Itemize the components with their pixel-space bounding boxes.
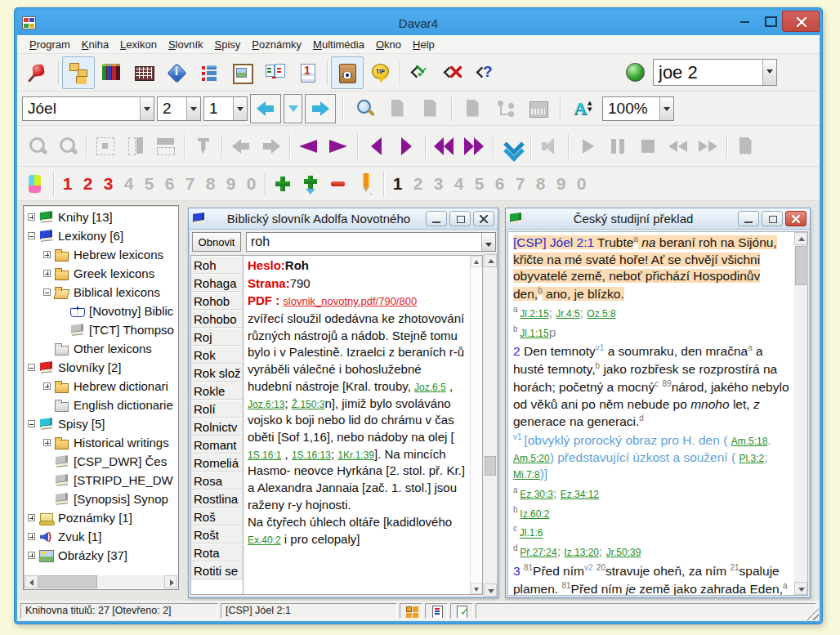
word-list-item[interactable]: Roj [191, 328, 243, 346]
bookmark-9-button[interactable]: 9 [551, 169, 571, 199]
maximize-button[interactable] [757, 11, 782, 30]
titlebar[interactable]: Davar4 [17, 11, 820, 35]
tree-expander[interactable] [28, 533, 35, 540]
history-back-button[interactable] [250, 94, 281, 123]
dict-restore-button[interactable] [449, 211, 471, 226]
scroll-left-arrow-icon[interactable] [25, 575, 38, 588]
next-chapter-icon[interactable] [391, 132, 422, 161]
menu-kniha[interactable]: Kniha [76, 37, 114, 52]
tree-expander[interactable] [43, 288, 51, 296]
help-prompt-icon[interactable] [469, 56, 502, 89]
book-combo[interactable]: Jóel [22, 96, 154, 121]
add-bookmark-icon[interactable] [269, 169, 297, 199]
stop-icon[interactable] [632, 132, 663, 161]
sound-icon[interactable] [534, 132, 565, 161]
tree-item[interactable]: Obrázky [37] [25, 546, 177, 565]
bookmark-1-button[interactable]: 1 [387, 169, 408, 199]
tree-item[interactable]: Hebrew lexicons [25, 245, 177, 264]
word-list-item[interactable]: Roh [191, 256, 243, 274]
scripture-ref-link[interactable]: Jl.2:15 [520, 308, 548, 320]
tree-expander[interactable] [28, 420, 35, 427]
report-status-icon[interactable] [425, 603, 448, 619]
dictionary-window-scrollbar[interactable] [484, 254, 497, 597]
info-icon[interactable] [160, 56, 193, 89]
pause-icon[interactable] [602, 132, 632, 161]
next-verse-icon[interactable] [459, 132, 489, 161]
word-list-item[interactable]: Romeliá [191, 454, 243, 472]
tree-expander[interactable] [28, 213, 35, 221]
scripture-ref-link[interactable]: Joz.6:5 [414, 382, 446, 393]
scripture-ref-link[interactable]: Jl.1:6 [520, 528, 543, 539]
audio-page-icon[interactable] [731, 132, 761, 161]
highlighter-icon[interactable] [22, 169, 50, 199]
tree-expander[interactable] [28, 552, 35, 559]
word-list-item[interactable]: Rošt [191, 525, 243, 543]
word-list-item[interactable]: Rohaga [191, 274, 243, 292]
next-book-icon[interactable] [324, 132, 354, 161]
dropdown-arrow-icon[interactable] [762, 60, 776, 85]
tree-expander[interactable] [28, 514, 35, 521]
dropdown-arrow-icon[interactable] [481, 233, 495, 251]
menu-spisy[interactable]: Spisy [209, 37, 247, 52]
scroll-down-icon[interactable] [497, 132, 527, 161]
scripture-ref-link[interactable]: Iz.13:20 [564, 547, 599, 558]
table-icon[interactable] [127, 56, 160, 89]
skip-forward-icon[interactable] [693, 132, 723, 161]
verse-combo[interactable]: 1 [203, 96, 248, 121]
structure-view-icon[interactable] [490, 94, 521, 123]
scripture-ref-link[interactable]: Jr.4:5 [556, 308, 579, 320]
scripture-ref-link[interactable]: Jr.50:39 [606, 547, 641, 558]
word-list-item[interactable]: Roš [191, 508, 243, 525]
highlight-3-button[interactable]: 3 [98, 169, 118, 199]
quick-reference-value[interactable]: joe 2 [654, 61, 703, 84]
scripture-ref-link[interactable]: Am.5:18 [731, 436, 768, 447]
book-0-button[interactable]: 0 [571, 169, 592, 199]
scroll-up-arrow-icon[interactable] [484, 254, 497, 267]
tree-expander[interactable] [28, 232, 35, 239]
word-list-item[interactable]: Rok [191, 346, 243, 364]
zoom-combo[interactable]: 100% [602, 96, 674, 121]
scripture-ref-link[interactable]: Pl.3:2 [739, 453, 764, 464]
edit-bookmark-icon[interactable] [352, 169, 380, 199]
bible-restore-button[interactable] [762, 211, 783, 226]
tree-item[interactable]: [CSP_DWR] Čes [25, 452, 177, 471]
font-size-button[interactable] [567, 94, 600, 123]
menu-program[interactable]: Program [24, 37, 76, 52]
dictionary-window-titlebar[interactable]: Biblický slovník Adolfa Novotného [189, 208, 498, 230]
tree-expander[interactable] [43, 270, 51, 277]
numbered-document-icon[interactable] [291, 56, 324, 89]
bookmark-4-button[interactable]: 4 [449, 169, 469, 199]
images-icon[interactable] [226, 56, 258, 89]
fit-vertical-icon[interactable] [120, 132, 150, 161]
word-list-item[interactable]: Rohob [191, 292, 243, 310]
dict-minimize-button[interactable] [426, 211, 447, 226]
history-forward-button[interactable] [305, 94, 336, 123]
highlight-6-button[interactable]: 6 [159, 169, 180, 199]
scripture-ref-link[interactable]: Jl.1:15 [520, 328, 548, 339]
scripture-ref-link[interactable]: Ez.34:12 [561, 489, 599, 500]
highlight-1-button[interactable]: 1 [57, 169, 78, 199]
scroll-right-arrow-icon[interactable] [164, 575, 177, 588]
pin-icon[interactable] [188, 132, 218, 161]
refresh-button[interactable]: Obnovit [192, 232, 241, 252]
verify-status-icon[interactable] [450, 603, 473, 619]
scroll-up-arrow-icon[interactable] [794, 232, 807, 245]
bible-close-button[interactable] [785, 211, 806, 226]
scripture-ref-link[interactable]: Př.27:24 [520, 547, 556, 558]
bible-minimize-button[interactable] [738, 211, 759, 226]
scripture-ref-link[interactable]: 1S.16:1 [248, 449, 281, 461]
pdf-link[interactable]: slovnik_novotny.pdf/790/800 [283, 295, 417, 307]
zoom-out-icon[interactable] [52, 132, 83, 161]
word-list-item[interactable]: Romant [191, 436, 243, 454]
scripture-ref-link[interactable]: 1S.16:13 [292, 449, 331, 461]
word-list-item[interactable]: Rokle [191, 382, 243, 400]
scripture-ref-link[interactable]: Joz.6:13 [248, 399, 284, 410]
tree-item[interactable]: Historical writings [25, 433, 177, 452]
scripture-ref-link[interactable]: 1Kr.1:39 [337, 449, 374, 461]
zoom-in-icon[interactable] [22, 132, 52, 161]
dict-close-button[interactable] [473, 211, 494, 226]
word-list-item[interactable]: Rotiti se [191, 561, 243, 579]
move-right-icon[interactable] [256, 132, 286, 161]
highlight-8-button[interactable]: 8 [200, 169, 221, 199]
fit-window-icon[interactable] [90, 132, 120, 161]
